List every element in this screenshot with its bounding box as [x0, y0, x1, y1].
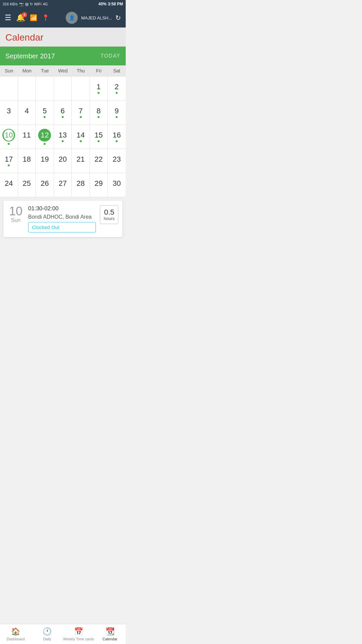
day-header-wed: Wed: [54, 65, 72, 76]
calendar-cell[interactable]: 9: [108, 101, 126, 125]
calendar-header: September 2017 TODAY: [0, 47, 126, 65]
day-number: 9: [115, 107, 119, 115]
calendar-cell[interactable]: 21: [72, 149, 90, 173]
calendar-cell[interactable]: [72, 76, 90, 101]
event-time: 01:30-02:00: [28, 205, 96, 212]
calendar-cell[interactable]: [54, 76, 72, 101]
day-number: 22: [95, 156, 103, 163]
event-status-badge: Clocked Out: [28, 222, 96, 232]
calendar-cell[interactable]: [36, 76, 54, 101]
day-number: 28: [76, 180, 84, 187]
battery-level: 40%: [99, 2, 107, 6]
header-right: 👤 MAJED ALSH... ↻: [66, 12, 121, 24]
calendar-cell[interactable]: 11: [18, 125, 36, 149]
calendar-cell[interactable]: 3: [0, 101, 18, 125]
wifi-status-icon: WiFi: [34, 2, 42, 6]
calendar-cell[interactable]: 20: [54, 149, 72, 173]
calendar-cell[interactable]: 14: [72, 125, 90, 149]
calendar-cell[interactable]: 4: [18, 101, 36, 125]
calendar-cell[interactable]: 15: [90, 125, 108, 149]
calendar-cell[interactable]: 23: [108, 149, 126, 173]
sim-icon: ▤: [25, 2, 28, 6]
calendar-cell[interactable]: 30: [108, 173, 126, 197]
event-hours-number: 0.5: [104, 209, 114, 216]
calendar-cell[interactable]: 25: [18, 173, 36, 197]
day-number: 13: [59, 131, 67, 139]
event-card: 10 Sun 01:30-02:00 Bondi ADHOC, Bondi Ar…: [3, 201, 122, 237]
status-right: 40% 3:58 PM: [99, 2, 123, 6]
calendar-cell[interactable]: 8: [90, 101, 108, 125]
network-type: 4G: [43, 2, 48, 6]
day-number: 25: [23, 180, 31, 187]
calendar-cell[interactable]: [18, 76, 36, 101]
calendar-cell[interactable]: 26: [36, 173, 54, 197]
day-header-tue: Tue: [36, 65, 54, 76]
day-number: 11: [23, 131, 31, 139]
calendar-cell[interactable]: 27: [54, 173, 72, 197]
avatar[interactable]: 👤: [66, 12, 78, 24]
event-dot: [116, 140, 118, 142]
day-number: 30: [113, 180, 121, 187]
notification-badge: 0: [22, 12, 27, 17]
day-number: 27: [59, 180, 67, 187]
header: ☰ 🔔 0 📶 📍 👤 MAJED ALSH... ↻: [0, 8, 126, 28]
calendar-cell[interactable]: 16: [108, 125, 126, 149]
day-header-thu: Thu: [72, 65, 90, 76]
calendar-cell[interactable]: 24: [0, 173, 18, 197]
main-content: Calendar September 2017 TODAY Sun Mon Tu…: [0, 28, 126, 264]
header-left: ☰ 🔔 0 📶 📍: [5, 13, 49, 22]
refresh-button[interactable]: ↻: [115, 14, 121, 22]
calendar-cell[interactable]: 22: [90, 149, 108, 173]
calendar-cell[interactable]: 12: [36, 125, 54, 149]
calendar-cell[interactable]: [0, 76, 18, 101]
day-number: 23: [113, 156, 121, 163]
event-dot: [8, 164, 10, 166]
calendar-cell[interactable]: 7: [72, 101, 90, 125]
calendar-cell[interactable]: 17: [0, 149, 18, 173]
day-number: 16: [113, 131, 121, 139]
event-hours-label: hours: [104, 216, 115, 221]
calendar-cell[interactable]: 18: [18, 149, 36, 173]
day-number: 5: [43, 107, 47, 115]
day-number: 20: [59, 156, 67, 163]
username-label: MAJED ALSH...: [81, 15, 112, 20]
day-number: 17: [5, 156, 13, 163]
event-dot: [8, 143, 10, 145]
calendar-cell[interactable]: 13: [54, 125, 72, 149]
page-title-area: Calendar: [0, 28, 126, 47]
page-title: Calendar: [5, 32, 120, 43]
event-hours-block: 0.5 hours: [100, 205, 118, 224]
today-button[interactable]: TODAY: [101, 53, 120, 59]
event-day-name: Sun: [11, 217, 20, 223]
location-icon: 📍: [42, 14, 49, 21]
day-number: 15: [95, 131, 103, 139]
day-number: 8: [97, 107, 101, 115]
day-header-mon: Mon: [18, 65, 36, 76]
calendar-cell[interactable]: 1: [90, 76, 108, 101]
calendar-cell[interactable]: 28: [72, 173, 90, 197]
event-dot: [98, 140, 100, 142]
day-number-selected: 12: [38, 129, 51, 142]
sync-icon: ↻: [30, 2, 33, 6]
event-location: Bondi ADHOC, Bondi Area: [28, 214, 96, 220]
calendar-cell[interactable]: 10: [0, 125, 18, 149]
calendar-cell[interactable]: 2: [108, 76, 126, 101]
calendar-cell[interactable]: 29: [90, 173, 108, 197]
event-date-block: 10 Sun: [7, 205, 24, 232]
day-header-sat: Sat: [108, 65, 126, 76]
event-dot: [62, 140, 64, 142]
day-number: 21: [76, 156, 84, 163]
event-day-number: 10: [9, 205, 22, 217]
event-dot: [116, 92, 118, 94]
calendar-cell[interactable]: 5: [36, 101, 54, 125]
calendar-cell[interactable]: 19: [36, 149, 54, 173]
calendar-cell[interactable]: 6: [54, 101, 72, 125]
menu-button[interactable]: ☰: [5, 13, 11, 22]
day-number: 3: [7, 107, 11, 115]
event-details: 01:30-02:00 Bondi ADHOC, Bondi Area Cloc…: [28, 205, 96, 232]
day-number: 1: [97, 83, 101, 91]
notification-button[interactable]: 🔔 0: [16, 13, 25, 22]
event-dot: [98, 116, 100, 118]
day-number: 18: [23, 156, 31, 163]
status-bar: 316 KB/s 📷 ▤ ↻ WiFi 4G 40% 3:58 PM: [0, 0, 126, 8]
